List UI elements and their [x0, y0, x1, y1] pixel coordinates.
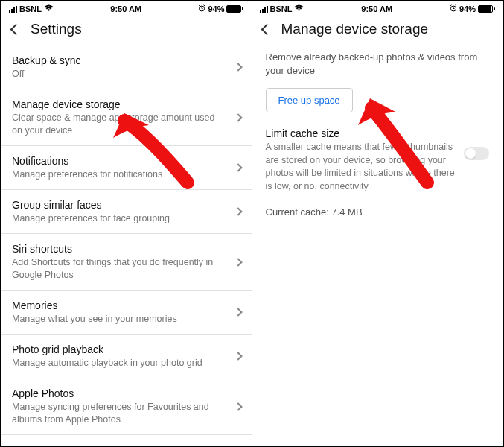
row-subtitle: Off: [12, 68, 226, 80]
status-bar: BSNL 9:50 AM 94%: [252, 1, 503, 15]
chevron-right-icon: [234, 163, 242, 171]
row-title: Backup & sync: [12, 54, 226, 67]
battery-label: 94%: [459, 4, 476, 13]
row-subtitle: Manage syncing preferences for Favourite…: [12, 401, 226, 426]
row-subtitle: Manage preferences for notifications: [12, 168, 226, 181]
chevron-right-icon: [234, 207, 242, 215]
header: Settings: [1, 15, 252, 45]
row-apple-photos[interactable]: Apple Photos Manage syncing preferences …: [1, 378, 252, 435]
header: Manage device storage: [252, 15, 503, 45]
row-subtitle: Manage preferences for face grouping: [12, 212, 226, 225]
wifi-icon: [44, 4, 54, 13]
signal-icon: [9, 6, 17, 13]
battery-label: 94%: [208, 4, 224, 13]
battery-icon: [478, 5, 495, 13]
row-subtitle: Manage automatic playback in your photo …: [12, 357, 226, 370]
svg-line-3: [199, 5, 200, 6]
row-title: Photo grid playback: [12, 343, 226, 356]
row-manage-storage[interactable]: Manage device storage Clear space & mana…: [1, 89, 252, 146]
row-siri-shortcuts[interactable]: Siri shortcuts Add Shortcuts for things …: [1, 234, 252, 291]
page-title: Settings: [31, 21, 82, 37]
current-cache-label: Current cache: 7.4 MB: [252, 197, 503, 226]
page-title: Manage device storage: [281, 21, 429, 37]
row-title: Manage device storage: [12, 98, 226, 111]
alarm-icon: [198, 4, 205, 13]
signal-icon: [260, 6, 268, 13]
row-subtitle: Manage what you see in your memories: [12, 313, 226, 326]
row-title: Sharing: [12, 443, 232, 446]
row-notifications[interactable]: Notifications Manage preferences for not…: [1, 146, 252, 190]
battery-icon: [226, 5, 243, 13]
chevron-right-icon: [234, 258, 242, 266]
row-title: Siri shortcuts: [12, 242, 226, 256]
alarm-icon: [450, 4, 457, 13]
row-title: Memories: [12, 299, 226, 312]
status-bar: BSNL 9:50 AM 94%: [1, 1, 252, 15]
clock-label: 9:50 AM: [110, 4, 141, 13]
chevron-right-icon: [234, 308, 242, 316]
free-up-space-button[interactable]: Free up space: [266, 88, 353, 112]
row-memories[interactable]: Memories Manage what you see in your mem…: [1, 291, 252, 335]
carrier-label: BSNL: [19, 4, 42, 13]
row-subtitle: Add Shortcuts for things that you do fre…: [12, 256, 226, 282]
settings-list: Backup & sync Off Manage device storage …: [1, 45, 252, 446]
row-title: Apple Photos: [12, 387, 226, 400]
row-backup-sync[interactable]: Backup & sync Off: [1, 45, 252, 89]
chevron-right-icon: [234, 113, 242, 121]
row-subtitle: Clear space & manage app storage amount …: [12, 112, 226, 137]
svg-line-9: [455, 5, 456, 6]
limit-cache-title: Limit cache size: [266, 127, 457, 139]
clock-label: 9:50 AM: [361, 4, 392, 13]
svg-line-8: [450, 5, 452, 6]
row-title: Notifications: [12, 154, 226, 168]
row-sharing[interactable]: Sharing: [1, 435, 252, 446]
chevron-right-icon: [234, 63, 242, 71]
limit-cache-toggle[interactable]: [464, 147, 489, 160]
settings-screen: BSNL 9:50 AM 94% Settings Backup & sy: [1, 1, 252, 446]
carrier-label: BSNL: [270, 4, 293, 13]
page-description: Remove already backed-up photos & videos…: [252, 45, 503, 88]
back-icon[interactable]: [261, 23, 272, 35]
row-title: Group similar faces: [12, 198, 226, 212]
limit-cache-description: A smaller cache means that fewer thumbna…: [266, 141, 457, 193]
row-group-faces[interactable]: Group similar faces Manage preferences f…: [1, 190, 252, 234]
manage-storage-screen: BSNL 9:50 AM 94% Manage device storage R…: [252, 1, 503, 446]
chevron-right-icon: [234, 352, 242, 360]
svg-line-4: [204, 5, 205, 6]
row-photo-grid-playback[interactable]: Photo grid playback Manage automatic pla…: [1, 335, 252, 378]
chevron-right-icon: [234, 402, 242, 410]
wifi-icon: [294, 4, 304, 13]
back-icon[interactable]: [10, 23, 22, 35]
